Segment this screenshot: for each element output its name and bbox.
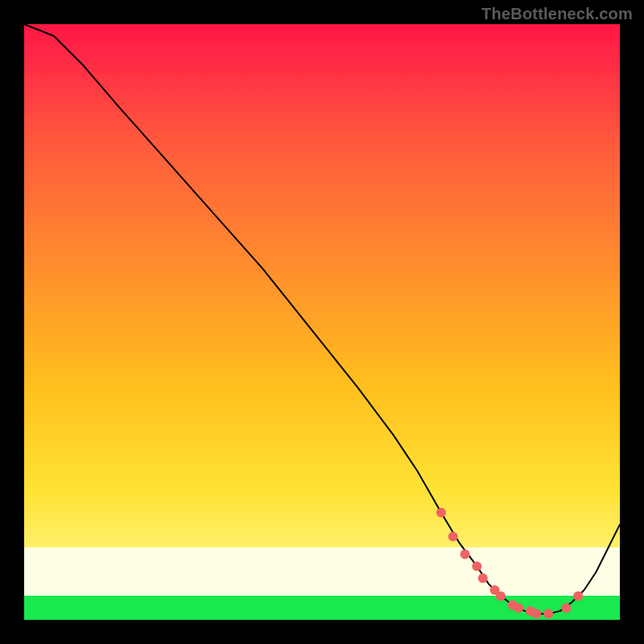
chart-svg [0, 0, 644, 644]
pale-band [24, 547, 620, 596]
data-marker [543, 609, 553, 619]
data-marker [460, 550, 470, 559]
data-marker [531, 609, 541, 619]
data-marker [448, 531, 458, 541]
chart-stage: TheBottleneck.com [0, 0, 644, 644]
data-marker [436, 508, 446, 518]
plot-area-gradient [24, 24, 620, 620]
data-marker [496, 591, 506, 601]
data-marker [573, 591, 583, 601]
data-marker [472, 561, 481, 571]
data-marker [514, 603, 523, 613]
watermark-text: TheBottleneck.com [481, 5, 633, 23]
data-marker [478, 573, 488, 583]
data-marker [561, 603, 571, 613]
